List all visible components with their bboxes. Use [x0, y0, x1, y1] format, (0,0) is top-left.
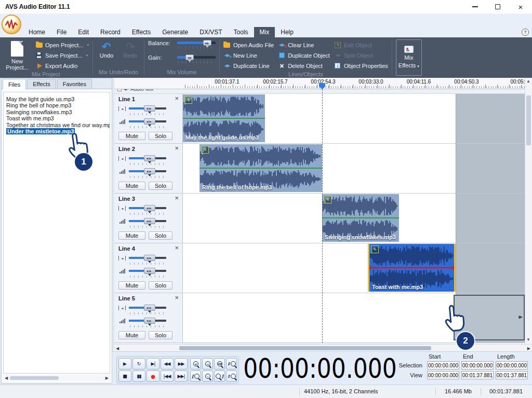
menu-tab-record[interactable]: Record — [95, 27, 126, 37]
help-icon[interactable]: ? — [522, 29, 529, 36]
selection-start-field[interactable]: 00:00:00.000 — [427, 361, 459, 369]
solo-button[interactable]: Solo — [149, 281, 172, 290]
line-volume-slider[interactable]: ◀▶ — [129, 118, 166, 129]
delete-object-button[interactable]: ×Delete Object — [278, 61, 330, 71]
menu-tab-effects[interactable]: Effects — [126, 27, 156, 37]
mute-button[interactable]: Mute — [118, 331, 145, 339]
zoom-100-button[interactable]: 100 — [214, 358, 225, 369]
save-project-button[interactable]: Save Project...▾ — [35, 50, 89, 60]
files-horizontal-scrollbar[interactable]: ◀ ▶ — [3, 375, 110, 381]
mute-button[interactable]: Mute — [118, 231, 145, 240]
clear-line-button[interactable]: ×Clear Line — [278, 40, 330, 50]
solo-button[interactable]: Solo — [149, 231, 172, 240]
file-item[interactable]: Toast with me.mp3 — [5, 115, 109, 121]
mute-button[interactable]: Mute — [118, 281, 145, 290]
vertical-scrollbar-thumb[interactable] — [526, 95, 531, 145]
file-item[interactable]: Together at christmas we find our way.mp… — [5, 122, 109, 128]
close-line-icon[interactable]: × — [175, 244, 179, 251]
resize-handle-icon[interactable]: ▮▶ — [518, 315, 522, 319]
menu-tab-mix[interactable]: Mix — [254, 27, 275, 37]
slider-handle[interactable]: ◀▶ — [203, 40, 211, 46]
line-balance-slider[interactable]: ◀▶ — [129, 205, 166, 215]
play-button[interactable]: ▶ — [118, 358, 131, 369]
scroll-right-icon[interactable]: ▶ — [105, 376, 109, 380]
clip-volume-line[interactable] — [183, 118, 265, 119]
audio-mix-checkbox[interactable] — [117, 89, 122, 91]
save-project-caret[interactable]: ▾ — [86, 53, 88, 58]
line-balance-slider[interactable]: ◀▶ — [129, 255, 166, 265]
mute-button[interactable]: Mute — [118, 182, 145, 190]
mute-button[interactable]: Mute — [118, 132, 145, 140]
scroll-left-icon[interactable]: ◀ — [5, 376, 8, 380]
solo-button[interactable]: Solo — [149, 182, 172, 190]
line-volume-slider[interactable]: ◀▶ — [129, 168, 166, 179]
solo-button[interactable]: Solo — [149, 331, 172, 339]
menu-tab-home[interactable]: Home — [23, 27, 51, 37]
scroll-left-icon[interactable]: ◀ — [116, 346, 119, 351]
slider-handle[interactable]: ◀▶ — [185, 54, 194, 60]
stop-button[interactable]: ■ — [118, 370, 131, 382]
scroll-right-icon[interactable]: ▶ — [527, 346, 530, 351]
edit-object-icon[interactable]: ✎ — [201, 146, 209, 154]
open-audio-file-button[interactable]: Open Audio File — [223, 40, 274, 50]
close-line-icon[interactable]: × — [175, 294, 179, 301]
loop-button[interactable]: ↻ — [132, 358, 145, 369]
menu-tab-dxvst[interactable]: DX/VST — [194, 27, 228, 37]
zoom-selection-end-button[interactable]: ] — [214, 370, 225, 382]
minimize-button[interactable] — [463, 0, 486, 13]
file-item[interactable]: Swinging snowflakes.mp3 — [5, 109, 109, 115]
file-item[interactable]: Under the mistletoe.mp3 — [5, 128, 109, 134]
scroll-up-icon[interactable]: ▲ — [526, 79, 530, 84]
clip-volume-line[interactable] — [200, 168, 322, 169]
scrollbar-thumb[interactable] — [10, 376, 59, 380]
selection-length-field[interactable]: 00:00:00.000 — [496, 361, 528, 369]
tab-favorites[interactable]: Favorites — [57, 79, 92, 89]
fast-forward-button[interactable]: ▶▶ — [175, 358, 188, 369]
clip-volume-line[interactable] — [369, 267, 454, 268]
close-line-icon[interactable]: × — [175, 195, 179, 201]
mix-effects-button[interactable]: Mix Effects ▾ — [396, 39, 422, 76]
redo-button[interactable]: ↷ Redo — [121, 40, 140, 59]
file-item[interactable]: Ring the bell of hope.mp3 — [5, 102, 109, 108]
export-audio-button[interactable]: Export Audio — [35, 61, 89, 71]
line-volume-slider[interactable]: ◀▶ — [129, 268, 166, 278]
balance-slider[interactable]: ◀▶ — [177, 40, 216, 49]
zoom-out-button[interactable]: − — [202, 358, 213, 369]
duplicate-object-button[interactable]: Duplicate Object — [278, 50, 330, 60]
new-project-button[interactable]: New Project... — [3, 40, 31, 71]
edit-object-icon[interactable]: ✎ — [371, 245, 379, 253]
zoom-selection-start-button[interactable]: [ — [190, 370, 201, 382]
view-length-field[interactable]: 00:01:37.881 — [496, 371, 528, 379]
rewind-button[interactable]: ◀◀ — [161, 358, 174, 369]
audio-clip[interactable]: ✎Ring the bell of hope.mp3 — [200, 144, 322, 192]
close-button[interactable]: × — [509, 0, 532, 13]
go-to-end-button[interactable]: ▶▶| — [175, 370, 188, 382]
tab-effects[interactable]: Effects — [27, 79, 56, 89]
open-project-button[interactable]: Open Project...▾ — [35, 40, 89, 50]
scroll-down-icon[interactable]: ▼ — [526, 337, 530, 342]
zoom-vertical-in-button[interactable]: ↕ — [226, 358, 237, 369]
play-to-end-button[interactable]: ▶| — [147, 358, 159, 369]
zoom-in-button[interactable]: + — [190, 358, 201, 369]
audio-clip[interactable]: ✎Swinging snowflakes.mp3 — [322, 194, 399, 242]
app-logo[interactable] — [2, 15, 21, 34]
menu-tab-tools[interactable]: Tools — [228, 27, 254, 37]
undo-button[interactable]: ↶ Undo — [97, 40, 116, 59]
vertical-scrollbar[interactable]: ▲ ▼ — [525, 78, 532, 344]
audio-clip[interactable]: ✎May the light guide us.mp3 — [183, 94, 265, 142]
record-button[interactable]: ● — [147, 370, 159, 382]
line-balance-slider[interactable]: ◀▶ — [129, 305, 166, 315]
line-balance-slider[interactable]: ◀▶ — [129, 105, 166, 116]
pause-button[interactable]: ▮▮ — [132, 370, 145, 382]
menu-tab-generate[interactable]: Generate — [156, 27, 194, 37]
line-balance-slider[interactable]: ◀▶ — [129, 155, 166, 166]
clip-volume-line[interactable] — [322, 217, 399, 218]
tab-files[interactable]: Files — [3, 79, 26, 89]
file-item[interactable]: May the light guide us.mp3 — [5, 96, 109, 102]
zoom-vertical-out-button[interactable]: ↕ — [226, 370, 237, 382]
edit-object-icon[interactable]: ✎ — [184, 96, 192, 104]
selection-end-field[interactable]: 00:00:00.000 — [461, 361, 494, 369]
audio-clip[interactable]: ✎Toast with me.mp3 — [368, 244, 456, 292]
menu-tab-help[interactable]: Help — [275, 27, 299, 37]
solo-button[interactable]: Solo — [149, 132, 172, 140]
